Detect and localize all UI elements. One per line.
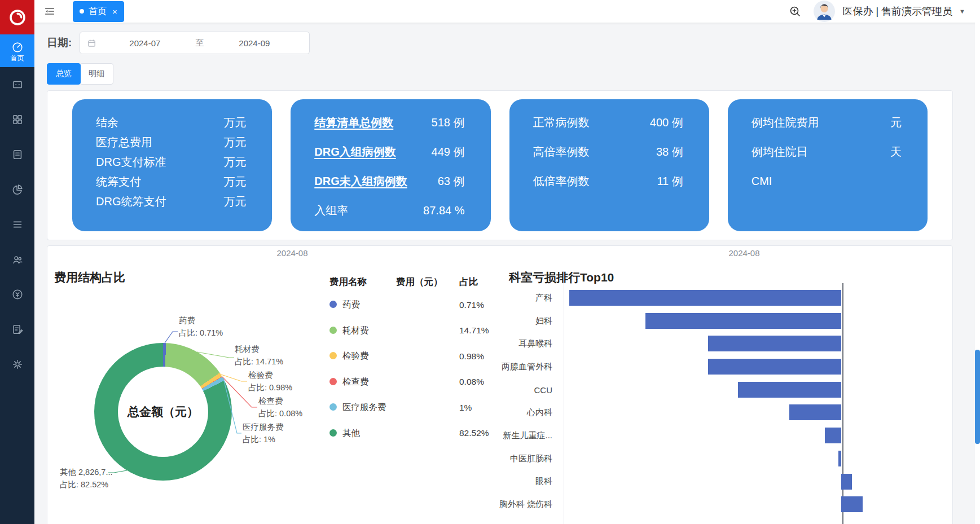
date-range-picker[interactable]: 2024-07 至 2024-09 xyxy=(80,32,310,54)
tab-overview[interactable]: 总览 xyxy=(47,63,81,85)
tab-close-icon[interactable]: × xyxy=(112,7,117,16)
charts-panel: 2024-08 2024-08 费用结构占比 总金额（元） 药费 占比: 0.7… xyxy=(47,245,953,524)
calendar-icon xyxy=(87,38,96,48)
sidebar-item-settings[interactable] xyxy=(0,347,34,382)
stat-card: 正常病例数 400 例 高倍率例数 38 例 低倍率例数 11 例 xyxy=(509,99,709,231)
stat-row: DRG支付标准 万元 xyxy=(96,156,246,168)
callout-pct: 占比: 1% xyxy=(243,433,284,446)
legend-name: 检验费 xyxy=(342,351,369,360)
stat-value: 449 例 xyxy=(432,146,465,158)
callout-name: 检验费 xyxy=(248,369,292,381)
bar-row: 胸外科 烧伤科 xyxy=(442,493,940,516)
apps-icon xyxy=(11,113,24,126)
stat-label: DRG统筹支付 xyxy=(96,195,166,208)
stat-link[interactable]: DRG入组病例数 xyxy=(314,146,395,158)
bar-chart-title: 科室亏损排行Top10 xyxy=(509,270,614,285)
caret-down-icon: ▼ xyxy=(959,8,965,15)
callout-pct: 占比: 0.71% xyxy=(179,327,223,339)
legend-color-dot xyxy=(329,352,337,359)
donut-chart: 总金额（元） xyxy=(94,343,232,481)
callout-name: 检查费 xyxy=(258,395,302,407)
sidebar-item-fund[interactable] xyxy=(0,277,34,312)
bar-track xyxy=(558,493,940,516)
document-icon xyxy=(11,148,24,161)
sidebar-item-audit[interactable] xyxy=(0,312,34,347)
date-to-value[interactable]: 2024-09 xyxy=(206,38,302,48)
stat-row: 例均住院日 天 xyxy=(752,146,902,158)
bar-row: 产科 xyxy=(442,287,940,310)
stat-row: 例均住院费用 元 xyxy=(752,116,902,129)
bar-category-label: 心内科 xyxy=(442,407,558,418)
stat-label: 正常病例数 xyxy=(533,116,590,129)
sidebar-item-pie-report[interactable] xyxy=(0,172,34,207)
tab-detail[interactable]: 明细 xyxy=(80,63,113,85)
stat-value: 38 例 xyxy=(656,146,683,158)
scrollbar-thumb[interactable] xyxy=(975,350,980,444)
fund-icon xyxy=(11,288,24,301)
legend-name: 耗材费 xyxy=(342,325,369,335)
stat-link[interactable]: DRG未入组病例数 xyxy=(314,175,407,187)
donut-callout-line xyxy=(221,375,247,381)
sidebar-item-monitor[interactable] xyxy=(0,67,34,102)
bar xyxy=(841,496,863,512)
stat-value: 11 例 xyxy=(657,175,683,187)
bar-category-label: 产科 xyxy=(442,293,558,303)
stat-value: 天 xyxy=(890,146,902,158)
tab-home[interactable]: 首页 × xyxy=(73,1,124,22)
legend-header-name: 费用名称 xyxy=(329,276,396,288)
legend-color-dot xyxy=(329,429,337,437)
donut-chart-title: 费用结构占比 xyxy=(54,270,125,285)
stat-label: 例均住院费用 xyxy=(752,116,819,129)
stat-label: CMI xyxy=(752,175,772,187)
stat-label: 例均住院日 xyxy=(752,146,808,158)
stat-value: 400 例 xyxy=(650,116,683,129)
bar-category-label: 胸外科 烧伤科 xyxy=(442,499,558,510)
stat-value: 万元 xyxy=(223,175,246,188)
stat-row: 统筹支付 万元 xyxy=(96,175,246,188)
bar-category-label: CCU xyxy=(442,385,558,395)
bar-track xyxy=(558,310,940,333)
stat-link[interactable]: 结算清单总例数 xyxy=(314,116,393,129)
bar-row: 新生儿重症... xyxy=(442,424,940,447)
user-menu[interactable]: 医保办 | 售前演示管理员 ▼ xyxy=(813,0,965,23)
legend-name: 检查费 xyxy=(342,377,369,386)
collapse-menu-icon[interactable] xyxy=(43,5,56,17)
audit-form-icon xyxy=(11,323,24,336)
bar xyxy=(645,313,841,329)
callout-pct: 占比: 0.08% xyxy=(258,407,302,420)
date-from-value[interactable]: 2024-07 xyxy=(96,38,193,48)
bar-row: 耳鼻喉科 xyxy=(442,332,940,355)
bar xyxy=(708,359,841,375)
sidebar-item-home[interactable]: 首页 xyxy=(0,34,34,67)
donut-callout: 检查费 占比: 0.08% xyxy=(258,395,302,420)
sidebar-item-menu-list[interactable] xyxy=(0,207,34,242)
date-filter-row: 日期: 2024-07 至 2024-09 xyxy=(47,30,953,55)
stat-value: 87.84 % xyxy=(423,204,464,217)
callout-name: 药费 xyxy=(179,314,223,327)
stat-row: 正常病例数 400 例 xyxy=(533,116,683,129)
avatar xyxy=(813,0,836,23)
bar-track xyxy=(558,378,940,402)
sidebar-item-document[interactable] xyxy=(0,137,34,172)
stat-label: 入组率 xyxy=(314,204,348,217)
stat-card: 结算清单总例数 518 例 DRG入组病例数 449 例 DRG未入组病例数 6… xyxy=(291,99,490,231)
bar xyxy=(569,290,841,306)
sidebar-item-apps[interactable] xyxy=(0,102,34,137)
zoom-in-icon[interactable] xyxy=(788,5,802,18)
bar-row: 中医肛肠科 xyxy=(442,447,940,470)
legend-name: 其他 xyxy=(342,428,360,438)
stat-label: DRG支付标准 xyxy=(96,156,166,168)
app-logo[interactable] xyxy=(0,0,34,34)
stat-row: CMI xyxy=(752,175,902,187)
bar xyxy=(789,404,841,420)
tab-home-label: 首页 xyxy=(89,6,107,17)
bar-category-label: 新生儿重症... xyxy=(442,430,558,441)
menu-list-icon xyxy=(11,218,24,231)
dashboard-icon xyxy=(11,41,24,53)
stat-row: 结算清单总例数 518 例 xyxy=(314,116,464,129)
sidebar-item-team[interactable] xyxy=(0,242,34,277)
callout-name: 其他 2,826,7... xyxy=(60,466,113,478)
donut-callout-line xyxy=(165,332,178,343)
bar xyxy=(738,382,841,398)
tab-active-dot xyxy=(80,9,84,14)
